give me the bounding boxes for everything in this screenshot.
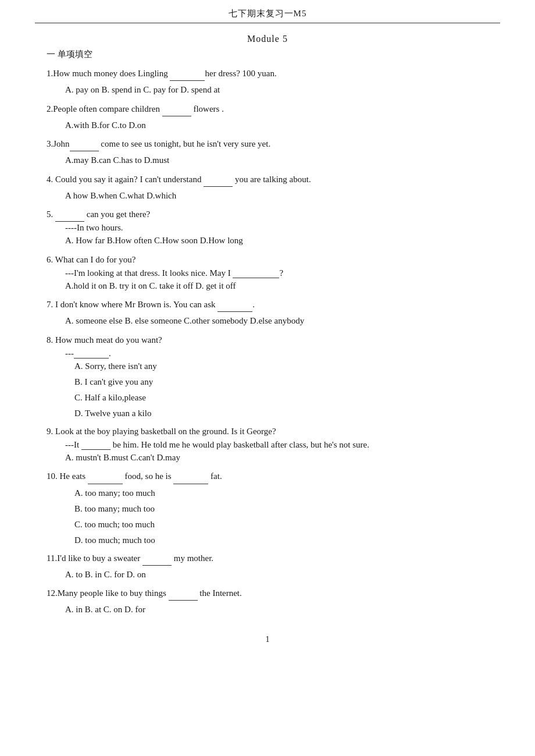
module-title: Module 5 bbox=[47, 34, 488, 44]
q10-optD: D. too much; much too bbox=[74, 533, 488, 548]
page-number: 1 bbox=[47, 635, 488, 644]
q3-options: A.may B.can C.has to D.must bbox=[65, 152, 488, 168]
question-1: 1.How much money does Lingling her dress… bbox=[47, 66, 488, 81]
section-title: 一 单项填空 bbox=[47, 49, 488, 60]
q8-optD: D. Twelve yuan a kilo bbox=[74, 406, 488, 421]
question-10: 10. He eats food, so he is fat. bbox=[47, 468, 488, 484]
question-6: 6. What can I do for you? bbox=[47, 252, 488, 267]
question-11: 11.I'd like to buy a sweater my mother. bbox=[47, 551, 488, 566]
q7-options: A. someone else B. else someone C.other … bbox=[65, 313, 488, 328]
q8-dialog: ---. bbox=[65, 349, 488, 359]
header-title: 七下期末复习一M5 bbox=[229, 9, 307, 18]
question-2: 2.People often compare children flowers … bbox=[47, 101, 488, 116]
q8-optB: B. I can't give you any bbox=[74, 374, 488, 390]
q10-optA: A. too many; too much bbox=[74, 485, 488, 501]
q9-options: A. mustn't B.must C.can't D.may bbox=[65, 450, 488, 465]
q5-text: 5. can you get there? bbox=[47, 210, 150, 219]
q8-optA: A. Sorry, there isn't any bbox=[74, 359, 488, 374]
q5-dialog: ----In two hours. bbox=[65, 223, 488, 233]
q11-text: 11.I'd like to buy a sweater my mother. bbox=[47, 553, 213, 563]
question-7: 7. I don't know where Mr Brown is. You c… bbox=[47, 297, 488, 312]
page: 七下期末复习一M5 Module 5 一 单项填空 1.How much mon… bbox=[0, 0, 535, 756]
q1-text: 1.How much money does Lingling her dress… bbox=[47, 69, 277, 78]
q5-options: A. How far B.How often C.How soon D.How … bbox=[65, 233, 488, 248]
q6-options: A.hold it on B. try it on C. take it off… bbox=[65, 278, 488, 293]
question-12: 12.Many people like to buy things the In… bbox=[47, 585, 488, 601]
header-bar: 七下期末复习一M5 bbox=[35, 0, 500, 23]
question-8: 8. How much meat do you want? bbox=[47, 332, 488, 347]
q7-text: 7. I don't know where Mr Brown is. You c… bbox=[47, 300, 255, 309]
q10-text: 10. He eats food, so he is fat. bbox=[47, 471, 222, 481]
q4-text: 4. Could you say it again? I can't under… bbox=[47, 175, 311, 184]
q1-options: A. pay on B. spend in C. pay for D. spen… bbox=[65, 82, 488, 97]
q9-dialog: ---It be him. He told me he would play b… bbox=[65, 440, 488, 450]
question-4: 4. Could you say it again? I can't under… bbox=[47, 172, 488, 187]
q8-optC: C. Half a kilo,please bbox=[74, 390, 488, 406]
q3-text: 3.John come to see us tonight, but he is… bbox=[47, 139, 270, 148]
content: Module 5 一 单项填空 1.How much money does Li… bbox=[0, 23, 535, 668]
q12-text: 12.Many people like to buy things the In… bbox=[47, 588, 242, 598]
question-9: 9. Look at the boy playing basketball on… bbox=[47, 424, 488, 439]
q6-dialog: ---I'm looking at that dress. It looks n… bbox=[65, 268, 488, 278]
q11-options: A. to B. in C. for D. on bbox=[65, 567, 488, 582]
q9-text: 9. Look at the boy playing basketball on… bbox=[47, 427, 276, 436]
q2-text: 2.People often compare children flowers … bbox=[47, 104, 224, 113]
q6-text: 6. What can I do for you? bbox=[47, 255, 135, 264]
q4-options: A how B.when C.what D.which bbox=[65, 188, 488, 203]
question-5: 5. can you get there? bbox=[47, 207, 488, 222]
q8-text: 8. How much meat do you want? bbox=[47, 335, 162, 345]
q2-options: A.with B.for C.to D.on bbox=[65, 118, 488, 133]
question-3: 3.John come to see us tonight, but he is… bbox=[47, 136, 488, 151]
q10-optC: C. too much; too much bbox=[74, 517, 488, 533]
q10-optB: B. too many; much too bbox=[74, 501, 488, 517]
q12-options: A. in B. at C. on D. for bbox=[65, 602, 488, 617]
